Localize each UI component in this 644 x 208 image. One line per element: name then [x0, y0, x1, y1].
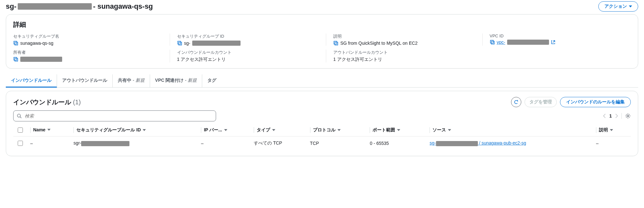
- col-name[interactable]: Name: [27, 124, 70, 137]
- next-page-icon[interactable]: [615, 114, 618, 118]
- svg-rect-5: [335, 42, 338, 45]
- redacted-rule-id: [81, 141, 129, 146]
- filter-caret-icon: [397, 129, 400, 131]
- manage-tags-button[interactable]: タグを管理: [525, 97, 557, 107]
- settings-button[interactable]: [621, 113, 631, 119]
- new-flag: - 新規: [133, 78, 145, 83]
- search-icon: [17, 113, 22, 118]
- redacted-sg-id: [18, 3, 92, 10]
- tab-label: インバウンドルール: [11, 78, 52, 83]
- tab-tags[interactable]: タグ: [202, 74, 222, 87]
- cell-description: –: [593, 137, 631, 150]
- col-rule-id[interactable]: セキュリティグループルール ID: [70, 124, 198, 137]
- prev-page-icon[interactable]: [603, 114, 606, 118]
- inbound-rules-panel: インバウンドルール (1) タグを管理 インバウンドのルールを編集 1: [6, 91, 638, 156]
- rules-table: Name セキュリティグループルール ID IP バー... タイプ プロトコル…: [13, 124, 631, 150]
- col-protocol[interactable]: プロトコル: [307, 124, 367, 137]
- details-title: 詳細: [13, 20, 631, 29]
- svg-line-11: [20, 117, 22, 118]
- label: インバウンドルールカウント: [177, 50, 318, 55]
- cell-port-range: 0 - 65535: [366, 137, 426, 150]
- filter-caret-icon: [337, 129, 341, 131]
- col-port-range[interactable]: ポート範囲: [366, 124, 426, 137]
- col-ip-ver[interactable]: IP バー...: [198, 124, 251, 137]
- label: 所有者: [13, 50, 162, 55]
- select-all-checkbox[interactable]: [18, 128, 23, 133]
- title-count: (1): [73, 99, 81, 106]
- cell-source: sg- / sunagawa-pub-ec2-sg: [426, 137, 593, 150]
- cell-type: すべての TCP: [251, 137, 307, 150]
- tabs: インバウンドルール アウトバウンドルール 共有中- 新規 VPC 関連付け- 新…: [6, 74, 638, 88]
- copy-icon[interactable]: [13, 57, 18, 62]
- col-label: IP バー...: [204, 127, 222, 133]
- table-row[interactable]: – sgr- – すべての TCP TCP 0 - 65535 sg- / su…: [13, 137, 631, 150]
- details-panel: 詳細 セキュリティグループ名 sunagawa-qs-sg セキュリティグループ…: [6, 14, 638, 69]
- detail-sg-name: セキュリティグループ名 sunagawa-qs-sg: [13, 33, 162, 46]
- refresh-button[interactable]: [511, 97, 521, 107]
- tab-outbound[interactable]: アウトバウンドルール: [57, 74, 113, 87]
- value: 1 アクセス許可エントリ: [177, 57, 226, 62]
- redacted-sg-id-value: [192, 41, 241, 46]
- cell-ip-ver: –: [198, 137, 251, 150]
- detail-description: 説明 SG from QuickSight to MySQL on EC2: [326, 33, 475, 46]
- col-type[interactable]: タイプ: [251, 124, 307, 137]
- svg-rect-7: [491, 41, 494, 44]
- filter-caret-icon: [448, 129, 451, 131]
- copy-icon[interactable]: [177, 41, 182, 46]
- detail-sg-id: セキュリティグループ ID sg-: [170, 33, 318, 46]
- tab-sharing[interactable]: 共有中- 新規: [113, 74, 150, 87]
- section-title: インバウンドルール (1): [13, 98, 81, 107]
- search-box[interactable]: [13, 110, 216, 121]
- svg-point-12: [627, 115, 629, 117]
- external-link-icon[interactable]: [551, 40, 555, 44]
- tab-label: 共有中: [118, 78, 131, 83]
- label: 説明: [333, 33, 475, 39]
- svg-point-10: [17, 114, 21, 117]
- col-label: Name: [33, 127, 45, 132]
- value: sg-: [184, 41, 190, 46]
- filter-caret-icon: [47, 129, 51, 131]
- filter-caret-icon: [272, 129, 275, 131]
- svg-rect-9: [15, 58, 18, 61]
- tab-label: タグ: [207, 78, 216, 83]
- search-input[interactable]: [24, 113, 213, 119]
- col-label: タイプ: [257, 127, 270, 133]
- col-label: 説明: [599, 127, 608, 133]
- col-source[interactable]: ソース: [426, 124, 593, 137]
- redacted-vpc-id: [507, 40, 549, 45]
- cell-protocol: TCP: [307, 137, 367, 150]
- detail-inbound-count: インバウンドルールカウント 1 アクセス許可エントリ: [170, 50, 318, 62]
- copy-icon[interactable]: [333, 41, 338, 46]
- source-link[interactable]: sg- / sunagawa-pub-ec2-sg: [430, 140, 526, 146]
- value: 1 アクセス許可エントリ: [333, 57, 382, 62]
- pagination: 1: [603, 113, 631, 119]
- page-title: sg- - sunagawa-qs-sg: [6, 2, 153, 11]
- copy-icon[interactable]: [13, 41, 18, 46]
- vpc-link[interactable]: vpc-: [497, 40, 505, 45]
- label: アウトバンドルールカウント: [333, 50, 475, 55]
- redacted-source: [436, 141, 478, 146]
- actions-button[interactable]: アクション: [598, 1, 638, 12]
- label: タグを管理: [529, 99, 552, 104]
- svg-rect-8: [14, 57, 17, 60]
- redacted-owner: [20, 57, 62, 62]
- value: sunagawa-qs-sg: [20, 41, 53, 46]
- tab-vpc-assoc[interactable]: VPC 関連付け- 新規: [150, 74, 202, 87]
- cell-name: –: [27, 137, 70, 150]
- col-description[interactable]: 説明: [593, 124, 631, 137]
- title-suffix: - sunagawa-qs-sg: [93, 2, 153, 11]
- tab-label: VPC 関連付け: [155, 78, 184, 83]
- actions-label: アクション: [604, 4, 627, 9]
- source-suffix: / sunagawa-pub-ec2-sg: [478, 140, 526, 146]
- label: セキュリティグループ名: [13, 33, 162, 39]
- svg-rect-4: [334, 41, 337, 44]
- edit-rules-button[interactable]: インバウンドのルールを編集: [560, 97, 631, 107]
- label: セキュリティグループ ID: [177, 33, 318, 39]
- copy-icon[interactable]: [490, 40, 495, 45]
- row-checkbox[interactable]: [18, 141, 23, 146]
- cell-rule-id: sgr-: [70, 137, 198, 150]
- tab-inbound[interactable]: インバウンドルール: [6, 74, 57, 88]
- col-label: プロトコル: [313, 127, 336, 133]
- svg-rect-1: [15, 42, 18, 45]
- filter-caret-icon: [143, 129, 146, 131]
